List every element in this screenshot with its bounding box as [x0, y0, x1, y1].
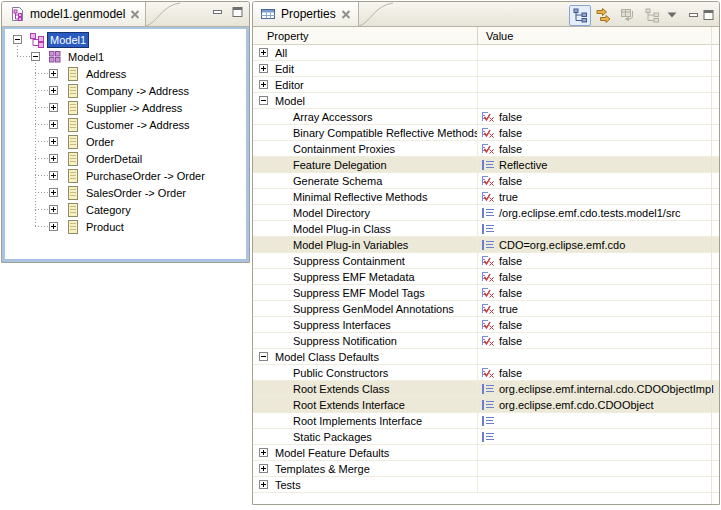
- property-row-feature-delegation[interactable]: Feature Delegation Reflective: [253, 157, 719, 173]
- category-row-all[interactable]: All: [253, 45, 719, 61]
- no-icon: [481, 351, 495, 363]
- boolean-value-icon: [481, 191, 495, 203]
- tree-item-model1[interactable]: Model1: [5, 48, 246, 65]
- category-row-templates-merge[interactable]: Templates & Merge: [253, 461, 719, 477]
- column-header-property[interactable]: Property: [253, 27, 478, 44]
- expand-toggle-icon[interactable]: [13, 35, 22, 44]
- properties-tab[interactable]: Properties: [253, 2, 359, 26]
- property-row-binary-compatible-reflective-methods[interactable]: Binary Compatible Reflective Methods fal…: [253, 125, 719, 141]
- expand-toggle-icon[interactable]: [259, 80, 268, 89]
- expand-toggle-icon[interactable]: [49, 69, 58, 78]
- no-icon: [481, 447, 495, 459]
- text-value-icon: [481, 399, 495, 411]
- property-row-suppress-interfaces[interactable]: Suppress Interfaces false: [253, 317, 719, 333]
- property-name: Suppress Interfaces: [293, 319, 391, 331]
- no-icon: [481, 95, 495, 107]
- restore-default-value-button: [617, 5, 639, 26]
- property-value: false: [499, 271, 522, 283]
- category-row-model-feature-defaults[interactable]: Model Feature Defaults: [253, 445, 719, 461]
- expand-toggle-icon[interactable]: [31, 52, 40, 61]
- tree-item-product[interactable]: Product: [5, 218, 246, 235]
- expand-toggle-icon[interactable]: [49, 188, 58, 197]
- expand-toggle-icon[interactable]: [259, 448, 268, 457]
- property-row-suppress-notification[interactable]: Suppress Notification false: [253, 333, 719, 349]
- maximize-icon[interactable]: [702, 9, 715, 21]
- tree-item-salesorder-order[interactable]: SalesOrder -> Order: [5, 184, 246, 201]
- property-name: Model Class Defaults: [275, 351, 379, 363]
- expand-toggle-icon[interactable]: [259, 48, 268, 57]
- property-name: Containment Proxies: [293, 143, 395, 155]
- property-row-suppress-emf-metadata[interactable]: Suppress EMF Metadata false: [253, 269, 719, 285]
- eclass-icon: [65, 219, 81, 235]
- view-menu-icon[interactable]: [665, 5, 679, 26]
- boolean-value-icon: [481, 127, 495, 139]
- property-row-public-constructors[interactable]: Public Constructors false: [253, 365, 719, 381]
- property-row-generate-schema[interactable]: Generate Schema false: [253, 173, 719, 189]
- tree-arrow-icon: [644, 7, 660, 23]
- property-row-model-plug-in-variables[interactable]: Model Plug-in Variables CDO=org.eclipse.…: [253, 237, 719, 253]
- expand-toggle-icon[interactable]: [259, 352, 268, 361]
- boolean-value-icon: [481, 319, 495, 331]
- property-row-root-extends-class[interactable]: Root Extends Class org.eclipse.emf.inter…: [253, 381, 719, 397]
- category-row-tests[interactable]: Tests: [253, 477, 719, 493]
- expand-toggle-icon[interactable]: [49, 222, 58, 231]
- no-icon: [481, 463, 495, 475]
- workbench: model1.genmodel Model1 Model1: [0, 0, 721, 510]
- tree-item-model1[interactable]: Model1: [5, 31, 246, 48]
- tab-curve: [359, 2, 393, 27]
- close-icon[interactable]: [130, 9, 140, 20]
- property-row-root-extends-interface[interactable]: Root Extends Interface org.eclipse.emf.c…: [253, 397, 719, 413]
- category-row-model-class-defaults[interactable]: Model Class Defaults: [253, 349, 719, 365]
- expand-toggle-icon[interactable]: [49, 120, 58, 129]
- tree-item-address[interactable]: Address: [5, 65, 246, 82]
- expand-toggle-icon[interactable]: [49, 137, 58, 146]
- close-icon[interactable]: [341, 9, 351, 20]
- property-name: Generate Schema: [293, 175, 382, 187]
- expand-toggle-icon[interactable]: [259, 96, 268, 105]
- tree-item-order[interactable]: Order: [5, 133, 246, 150]
- property-row-suppress-containment[interactable]: Suppress Containment false: [253, 253, 719, 269]
- property-row-minimal-reflective-methods[interactable]: Minimal Reflective Methods true: [253, 189, 719, 205]
- property-row-model-directory[interactable]: Model Directory /org.eclipse.emf.cdo.tes…: [253, 205, 719, 221]
- tree-item-label: Customer -> Address: [83, 118, 193, 132]
- text-value-icon: [481, 431, 495, 443]
- property-name: Root Implements Interface: [293, 415, 422, 427]
- property-row-model-plug-in-class[interactable]: Model Plug-in Class: [253, 221, 719, 237]
- expand-toggle-icon[interactable]: [49, 154, 58, 163]
- property-row-root-implements-interface[interactable]: Root Implements Interface: [253, 413, 719, 429]
- tree-item-company-address[interactable]: Company -> Address: [5, 82, 246, 99]
- show-categories-button[interactable]: [569, 5, 591, 26]
- minimize-icon[interactable]: [687, 9, 700, 21]
- expand-toggle-icon[interactable]: [259, 464, 268, 473]
- property-name: Model Plug-in Variables: [293, 239, 408, 251]
- category-row-edit[interactable]: Edit: [253, 61, 719, 77]
- tree-item-purchaseorder-order[interactable]: PurchaseOrder -> Order: [5, 167, 246, 184]
- column-header-value[interactable]: Value: [478, 27, 719, 44]
- minimize-icon[interactable]: [211, 6, 224, 18]
- category-row-editor[interactable]: Editor: [253, 77, 719, 93]
- expand-toggle-icon[interactable]: [49, 86, 58, 95]
- empty-row: [253, 493, 719, 504]
- expand-toggle-icon[interactable]: [259, 64, 268, 73]
- expand-toggle-icon[interactable]: [49, 205, 58, 214]
- expand-toggle-icon[interactable]: [259, 480, 268, 489]
- expand-toggle-icon[interactable]: [49, 103, 58, 112]
- tree-item-customer-address[interactable]: Customer -> Address: [5, 116, 246, 133]
- eclass-icon: [65, 83, 81, 99]
- tree-item-label: PurchaseOrder -> Order: [83, 169, 208, 183]
- tree-item-category[interactable]: Category: [5, 201, 246, 218]
- tree-item-orderdetail[interactable]: OrderDetail: [5, 150, 246, 167]
- tree-item-supplier-address[interactable]: Supplier -> Address: [5, 99, 246, 116]
- property-row-static-packages[interactable]: Static Packages: [253, 429, 719, 445]
- property-name: Model Directory: [293, 207, 370, 219]
- property-row-array-accessors[interactable]: Array Accessors false: [253, 109, 719, 125]
- property-row-suppress-genmodel-annotations[interactable]: Suppress GenModel Annotations true: [253, 301, 719, 317]
- property-row-suppress-emf-model-tags[interactable]: Suppress EMF Model Tags false: [253, 285, 719, 301]
- eclass-icon: [65, 117, 81, 133]
- editor-tab[interactable]: model1.genmodel: [2, 2, 146, 26]
- property-row-containment-proxies[interactable]: Containment Proxies false: [253, 141, 719, 157]
- category-row-model[interactable]: Model: [253, 93, 719, 109]
- show-advanced-properties-button[interactable]: [593, 5, 615, 26]
- maximize-icon[interactable]: [231, 6, 244, 18]
- expand-toggle-icon[interactable]: [49, 171, 58, 180]
